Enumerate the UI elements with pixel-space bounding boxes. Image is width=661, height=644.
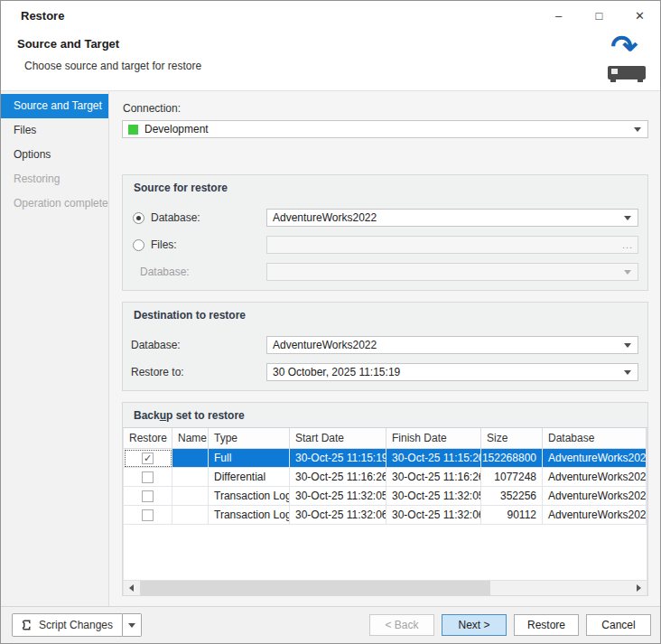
source-database-disabled-label: Database: (140, 266, 190, 278)
cell-database: AdventureWorks2022 (543, 468, 647, 487)
grid-empty-area (124, 525, 647, 580)
column-header-size[interactable]: Size (481, 428, 543, 449)
column-header-restore[interactable]: Restore (124, 428, 172, 449)
browse-button: ... (618, 237, 638, 253)
connection-value: Development (144, 123, 209, 135)
cell-type: Transaction Log (209, 506, 290, 525)
column-header-database[interactable]: Database (543, 428, 647, 449)
cell-size: 1077248 (481, 468, 543, 487)
cancel-button[interactable]: Cancel (586, 614, 651, 636)
minimize-icon: – (555, 9, 562, 23)
cell-name (172, 506, 209, 525)
destination-database-label: Database: (131, 339, 181, 351)
cell-type: Differential (209, 468, 290, 487)
dropdown-arrow-icon (624, 270, 631, 275)
column-header-name[interactable]: Name (172, 428, 209, 449)
script-changes-dropdown-button[interactable] (123, 613, 142, 637)
horizontal-scrollbar[interactable] (124, 580, 647, 595)
window-title: Restore (21, 9, 64, 23)
source-group-title: Source for restore (123, 175, 647, 200)
scrollbar-thumb[interactable] (140, 581, 490, 595)
restore-to-value: 30 October, 2025 11:15:19 (273, 366, 400, 378)
dropdown-arrow-icon (128, 623, 135, 628)
sidebar-item-files[interactable]: Files (1, 118, 108, 143)
cell-database: AdventureWorks2022 (543, 506, 647, 525)
next-button[interactable]: Next > (442, 614, 507, 636)
page-title: Source and Target (17, 37, 119, 51)
restore-dialog: Restore – □ ✕ Source and Target Choose s… (0, 0, 661, 644)
cell-type: Transaction Log (209, 487, 290, 506)
files-path-input: ... (266, 236, 638, 254)
scroll-left-icon (129, 584, 134, 592)
page-subtitle: Choose source and target for restore (24, 60, 201, 72)
script-icon (20, 619, 33, 631)
cell-finish-date: 30-Oct-25 11:15:20 (386, 449, 481, 468)
script-changes-split-button: Script Changes (12, 613, 142, 637)
connection-combobox[interactable]: Development (122, 120, 648, 138)
grid-header-row: RestoreNameTypeStart DateFinish DateSize… (124, 428, 647, 449)
database-radio[interactable] (133, 212, 144, 224)
backup-set-row[interactable]: Differential30-Oct-25 11:16:2630-Oct-25 … (124, 468, 647, 487)
restore-checkbox-cell (124, 468, 172, 487)
restore-checkbox-cell: ✓ (124, 449, 172, 468)
cell-size: 152268800 (481, 449, 543, 468)
restore-to-combobox[interactable]: 30 October, 2025 11:15:19 (266, 363, 638, 381)
close-icon: ✕ (635, 9, 645, 23)
cell-finish-date: 30-Oct-25 11:32:05 (386, 487, 481, 506)
restore-checkbox[interactable] (142, 471, 154, 483)
backup-set-grid: RestoreNameTypeStart DateFinish DateSize… (123, 427, 647, 595)
destination-database-value: AdventureWorks2022 (273, 339, 377, 351)
sidebar-item-options[interactable]: Options (1, 143, 108, 167)
dropdown-arrow-icon (634, 127, 641, 132)
restore-checkbox[interactable] (142, 490, 154, 502)
cell-finish-date: 30-Oct-25 11:16:26 (386, 468, 481, 487)
scroll-left-button[interactable] (124, 581, 139, 595)
backup-set-row[interactable]: ✓Full30-Oct-25 11:15:1930-Oct-25 11:15:2… (124, 449, 647, 468)
main-area: Source and TargetFilesOptionsRestoringOp… (1, 90, 660, 606)
source-database-disabled-combobox (266, 263, 638, 281)
column-header-finish-date[interactable]: Finish Date (386, 428, 481, 449)
script-changes-label: Script Changes (39, 619, 113, 631)
restore-checkbox[interactable]: ✓ (142, 453, 154, 464)
script-changes-button[interactable]: Script Changes (12, 613, 123, 637)
database-radio-label: Database: (151, 211, 200, 224)
restore-button[interactable]: Restore (514, 614, 579, 636)
wizard-steps-sidebar: Source and TargetFilesOptionsRestoringOp… (1, 91, 109, 606)
cell-start-date: 30-Oct-25 11:32:06 (290, 506, 386, 525)
content-panel: Connection: Development Source for resto… (109, 91, 660, 606)
restore-to-label: Restore to: (131, 366, 184, 378)
restore-arrow-icon: ↷ (610, 28, 638, 64)
restore-checkbox-cell (124, 487, 172, 506)
maximize-icon: □ (596, 9, 603, 23)
connection-status-icon (128, 125, 138, 135)
cell-start-date: 30-Oct-25 11:32:05 (290, 487, 386, 506)
connection-label: Connection: (123, 102, 648, 115)
restore-icon: ↷ (599, 32, 649, 88)
scroll-right-button[interactable] (631, 581, 647, 595)
sidebar-item-source-and-target[interactable]: Source and Target (1, 94, 108, 118)
column-header-type[interactable]: Type (209, 428, 290, 449)
cell-type: Full (209, 449, 290, 468)
backup-set-group-title: Backup set to restore (123, 403, 647, 427)
cell-database: AdventureWorks2022 (543, 487, 647, 506)
cell-database: AdventureWorks2022 (543, 449, 647, 468)
cell-size: 352256 (481, 487, 543, 506)
wizard-header: Source and Target Choose source and targ… (1, 30, 660, 90)
backup-set-row[interactable]: Transaction Log30-Oct-25 11:32:0630-Oct-… (124, 506, 647, 525)
grid-body: ✓Full30-Oct-25 11:15:1930-Oct-25 11:15:2… (124, 449, 647, 525)
minimize-button[interactable]: – (538, 1, 579, 30)
cell-size: 90112 (481, 506, 543, 525)
destination-database-combobox[interactable]: AdventureWorks2022 (266, 336, 638, 354)
restore-checkbox[interactable] (142, 509, 154, 521)
column-header-start-date[interactable]: Start Date (290, 428, 386, 449)
cell-name (172, 449, 209, 468)
maximize-button[interactable]: □ (579, 1, 619, 30)
dropdown-arrow-icon (624, 343, 631, 348)
close-button[interactable]: ✕ (619, 1, 660, 30)
destination-group-title: Destination to restore (123, 303, 647, 327)
backup-set-row[interactable]: Transaction Log30-Oct-25 11:32:0530-Oct-… (124, 487, 647, 506)
source-database-value: AdventureWorks2022 (273, 211, 377, 224)
files-radio-label: Files: (151, 238, 177, 251)
files-radio[interactable] (133, 239, 144, 251)
source-database-combobox[interactable]: AdventureWorks2022 (266, 209, 638, 227)
